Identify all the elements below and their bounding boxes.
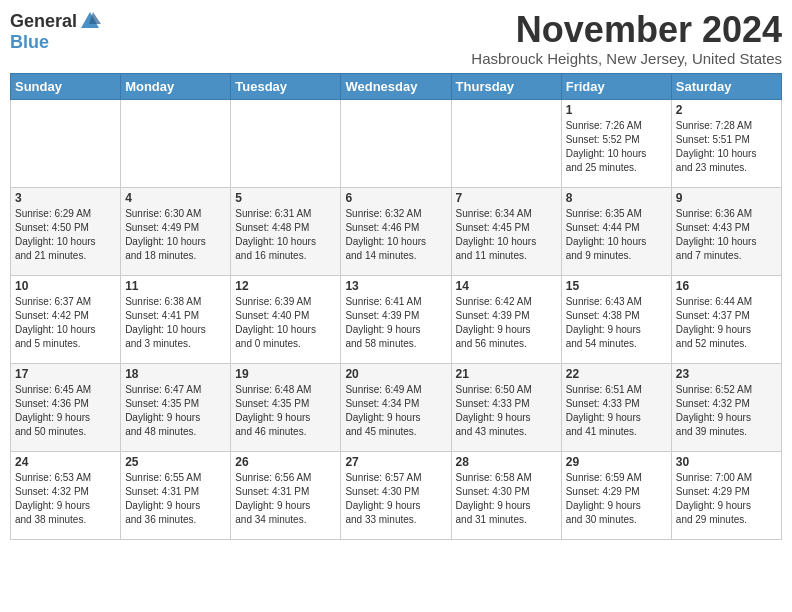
calendar-row-3: 17Sunrise: 6:45 AMSunset: 4:36 PMDayligh… (11, 363, 782, 451)
weekday-header-tuesday: Tuesday (231, 73, 341, 99)
day-number: 6 (345, 191, 446, 205)
weekday-header-saturday: Saturday (671, 73, 781, 99)
day-number: 12 (235, 279, 336, 293)
calendar-cell: 18Sunrise: 6:47 AMSunset: 4:35 PMDayligh… (121, 363, 231, 451)
weekday-header-sunday: Sunday (11, 73, 121, 99)
weekday-header-wednesday: Wednesday (341, 73, 451, 99)
day-info: Sunrise: 6:44 AMSunset: 4:37 PMDaylight:… (676, 295, 777, 351)
day-info: Sunrise: 6:52 AMSunset: 4:32 PMDaylight:… (676, 383, 777, 439)
day-number: 20 (345, 367, 446, 381)
day-info: Sunrise: 7:28 AMSunset: 5:51 PMDaylight:… (676, 119, 777, 175)
calendar-cell: 4Sunrise: 6:30 AMSunset: 4:49 PMDaylight… (121, 187, 231, 275)
day-number: 22 (566, 367, 667, 381)
day-number: 11 (125, 279, 226, 293)
calendar-cell: 21Sunrise: 6:50 AMSunset: 4:33 PMDayligh… (451, 363, 561, 451)
calendar-cell: 10Sunrise: 6:37 AMSunset: 4:42 PMDayligh… (11, 275, 121, 363)
day-number: 17 (15, 367, 116, 381)
day-info: Sunrise: 6:36 AMSunset: 4:43 PMDaylight:… (676, 207, 777, 263)
calendar-cell: 24Sunrise: 6:53 AMSunset: 4:32 PMDayligh… (11, 451, 121, 539)
logo: General Blue (10, 10, 101, 53)
day-number: 7 (456, 191, 557, 205)
calendar-cell: 23Sunrise: 6:52 AMSunset: 4:32 PMDayligh… (671, 363, 781, 451)
day-info: Sunrise: 7:00 AMSunset: 4:29 PMDaylight:… (676, 471, 777, 527)
calendar-row-2: 10Sunrise: 6:37 AMSunset: 4:42 PMDayligh… (11, 275, 782, 363)
calendar-cell: 6Sunrise: 6:32 AMSunset: 4:46 PMDaylight… (341, 187, 451, 275)
day-info: Sunrise: 6:56 AMSunset: 4:31 PMDaylight:… (235, 471, 336, 527)
day-info: Sunrise: 6:49 AMSunset: 4:34 PMDaylight:… (345, 383, 446, 439)
day-info: Sunrise: 6:58 AMSunset: 4:30 PMDaylight:… (456, 471, 557, 527)
weekday-header-friday: Friday (561, 73, 671, 99)
day-info: Sunrise: 6:29 AMSunset: 4:50 PMDaylight:… (15, 207, 116, 263)
day-info: Sunrise: 6:39 AMSunset: 4:40 PMDaylight:… (235, 295, 336, 351)
day-number: 25 (125, 455, 226, 469)
calendar-cell: 11Sunrise: 6:38 AMSunset: 4:41 PMDayligh… (121, 275, 231, 363)
day-number: 21 (456, 367, 557, 381)
calendar-cell: 26Sunrise: 6:56 AMSunset: 4:31 PMDayligh… (231, 451, 341, 539)
calendar-cell: 7Sunrise: 6:34 AMSunset: 4:45 PMDaylight… (451, 187, 561, 275)
day-info: Sunrise: 6:45 AMSunset: 4:36 PMDaylight:… (15, 383, 116, 439)
day-number: 14 (456, 279, 557, 293)
day-info: Sunrise: 6:42 AMSunset: 4:39 PMDaylight:… (456, 295, 557, 351)
day-number: 8 (566, 191, 667, 205)
calendar-cell: 19Sunrise: 6:48 AMSunset: 4:35 PMDayligh… (231, 363, 341, 451)
calendar-cell: 1Sunrise: 7:26 AMSunset: 5:52 PMDaylight… (561, 99, 671, 187)
calendar-row-1: 3Sunrise: 6:29 AMSunset: 4:50 PMDaylight… (11, 187, 782, 275)
calendar-cell: 3Sunrise: 6:29 AMSunset: 4:50 PMDaylight… (11, 187, 121, 275)
day-number: 23 (676, 367, 777, 381)
calendar-cell: 8Sunrise: 6:35 AMSunset: 4:44 PMDaylight… (561, 187, 671, 275)
location-subtitle: Hasbrouck Heights, New Jersey, United St… (471, 50, 782, 67)
day-number: 24 (15, 455, 116, 469)
calendar-cell: 15Sunrise: 6:43 AMSunset: 4:38 PMDayligh… (561, 275, 671, 363)
day-info: Sunrise: 6:59 AMSunset: 4:29 PMDaylight:… (566, 471, 667, 527)
day-info: Sunrise: 7:26 AMSunset: 5:52 PMDaylight:… (566, 119, 667, 175)
day-number: 2 (676, 103, 777, 117)
day-number: 15 (566, 279, 667, 293)
day-info: Sunrise: 6:55 AMSunset: 4:31 PMDaylight:… (125, 471, 226, 527)
day-info: Sunrise: 6:37 AMSunset: 4:42 PMDaylight:… (15, 295, 116, 351)
day-number: 5 (235, 191, 336, 205)
day-info: Sunrise: 6:32 AMSunset: 4:46 PMDaylight:… (345, 207, 446, 263)
day-number: 4 (125, 191, 226, 205)
calendar-cell: 28Sunrise: 6:58 AMSunset: 4:30 PMDayligh… (451, 451, 561, 539)
calendar-cell: 5Sunrise: 6:31 AMSunset: 4:48 PMDaylight… (231, 187, 341, 275)
calendar-cell: 25Sunrise: 6:55 AMSunset: 4:31 PMDayligh… (121, 451, 231, 539)
calendar-cell (341, 99, 451, 187)
calendar-cell: 20Sunrise: 6:49 AMSunset: 4:34 PMDayligh… (341, 363, 451, 451)
calendar-row-0: 1Sunrise: 7:26 AMSunset: 5:52 PMDaylight… (11, 99, 782, 187)
title-area: November 2024 Hasbrouck Heights, New Jer… (471, 10, 782, 67)
day-number: 29 (566, 455, 667, 469)
calendar-cell: 29Sunrise: 6:59 AMSunset: 4:29 PMDayligh… (561, 451, 671, 539)
calendar-cell: 14Sunrise: 6:42 AMSunset: 4:39 PMDayligh… (451, 275, 561, 363)
day-info: Sunrise: 6:34 AMSunset: 4:45 PMDaylight:… (456, 207, 557, 263)
day-info: Sunrise: 6:38 AMSunset: 4:41 PMDaylight:… (125, 295, 226, 351)
day-info: Sunrise: 6:30 AMSunset: 4:49 PMDaylight:… (125, 207, 226, 263)
day-number: 30 (676, 455, 777, 469)
calendar-header-row: SundayMondayTuesdayWednesdayThursdayFrid… (11, 73, 782, 99)
day-info: Sunrise: 6:35 AMSunset: 4:44 PMDaylight:… (566, 207, 667, 263)
logo-icon (79, 10, 101, 32)
day-number: 27 (345, 455, 446, 469)
day-number: 13 (345, 279, 446, 293)
calendar-cell (121, 99, 231, 187)
calendar-cell: 17Sunrise: 6:45 AMSunset: 4:36 PMDayligh… (11, 363, 121, 451)
calendar-cell (231, 99, 341, 187)
calendar-table: SundayMondayTuesdayWednesdayThursdayFrid… (10, 73, 782, 540)
page-header: General Blue November 2024 Hasbrouck Hei… (10, 10, 782, 67)
day-info: Sunrise: 6:31 AMSunset: 4:48 PMDaylight:… (235, 207, 336, 263)
day-number: 16 (676, 279, 777, 293)
day-number: 26 (235, 455, 336, 469)
day-number: 9 (676, 191, 777, 205)
day-number: 10 (15, 279, 116, 293)
calendar-cell (11, 99, 121, 187)
day-number: 3 (15, 191, 116, 205)
weekday-header-thursday: Thursday (451, 73, 561, 99)
calendar-cell: 9Sunrise: 6:36 AMSunset: 4:43 PMDaylight… (671, 187, 781, 275)
calendar-cell: 30Sunrise: 7:00 AMSunset: 4:29 PMDayligh… (671, 451, 781, 539)
calendar-cell: 13Sunrise: 6:41 AMSunset: 4:39 PMDayligh… (341, 275, 451, 363)
day-info: Sunrise: 6:57 AMSunset: 4:30 PMDaylight:… (345, 471, 446, 527)
day-info: Sunrise: 6:48 AMSunset: 4:35 PMDaylight:… (235, 383, 336, 439)
logo-blue-text: Blue (10, 32, 49, 53)
calendar-cell (451, 99, 561, 187)
calendar-cell: 12Sunrise: 6:39 AMSunset: 4:40 PMDayligh… (231, 275, 341, 363)
day-number: 28 (456, 455, 557, 469)
